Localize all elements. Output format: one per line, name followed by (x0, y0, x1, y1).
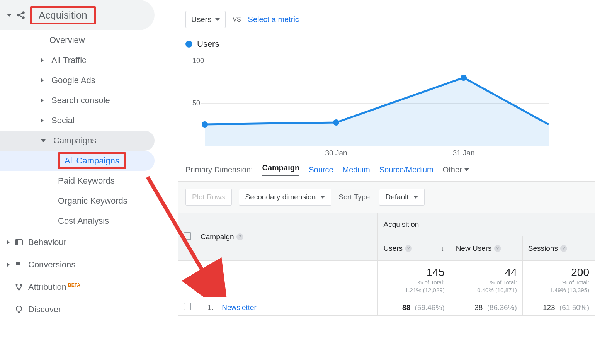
caret-down-icon (320, 196, 325, 199)
primary-metric-dropdown[interactable]: Users (185, 11, 226, 28)
dimension-campaign[interactable]: Campaign (262, 163, 299, 176)
sidebar-item-paid-keywords[interactable]: Paid Keywords (0, 171, 166, 191)
dimension-medium[interactable]: Medium (343, 165, 370, 174)
help-icon[interactable]: ? (236, 233, 243, 240)
dimension-other-label: Other (443, 165, 462, 174)
row-checkbox[interactable] (184, 303, 191, 310)
conversions-icon (14, 260, 24, 269)
th-new-users[interactable]: New Users ? (450, 236, 522, 261)
campaigns-table: Campaign ? Acquisition Users ? ↓ (178, 213, 595, 316)
svg-point-9 (202, 121, 208, 128)
sidebar-item-attribution[interactable]: AttributionBETA (0, 276, 166, 298)
newusers-header-label: New Users (456, 244, 492, 253)
sidebar: Acquisition Overview All Traffic Google … (0, 0, 166, 364)
total-newusers: 44 % of Total: 0.40% (10,871) (450, 261, 522, 299)
th-checkbox[interactable] (178, 213, 195, 261)
help-icon[interactable]: ? (494, 245, 501, 252)
caret-down-icon (464, 168, 469, 171)
total-users: 145 % of Total: 1.21% (12,029) (378, 261, 450, 299)
help-icon[interactable]: ? (405, 245, 412, 252)
svg-point-11 (461, 75, 467, 81)
svg-point-10 (333, 119, 339, 126)
row-newusers-pct: (86.36%) (487, 303, 517, 311)
total-sessions: 200 % of Total: 1.49% (13,395) (522, 261, 595, 299)
sidebar-item-discover[interactable]: Discover (0, 298, 166, 321)
sidebar-item-conversions[interactable]: Conversions (0, 253, 166, 276)
svg-rect-4 (15, 240, 18, 245)
acquisition-label: Acquisition (39, 9, 87, 21)
row-index: 1. (201, 303, 214, 312)
users-header-label: Users (383, 244, 403, 253)
caret-down-icon (41, 139, 46, 142)
caret-right-icon (7, 240, 10, 245)
discover-icon (14, 305, 24, 314)
caret-right-icon (41, 118, 44, 123)
row-newusers-value: 38 (474, 303, 483, 311)
primary-dimension-label: Primary Dimension: (185, 165, 253, 174)
acquisition-header-label: Acquisition (383, 220, 419, 228)
sidebar-item-organic-keywords[interactable]: Organic Keywords (0, 191, 166, 211)
campaign-link-newsletter[interactable]: Newsletter (222, 303, 257, 311)
total-newusers-sub2: 0.40% (10,871) (456, 286, 517, 294)
row-users: 88 (59.46%) (378, 299, 450, 316)
secondary-dimension-dropdown[interactable]: Secondary dimension (239, 189, 332, 206)
caret-down-icon (215, 18, 220, 21)
totals-row: 145 % of Total: 1.21% (12,029) 44 % of T… (178, 261, 595, 299)
all-traffic-label: All Traffic (51, 55, 86, 65)
google-ads-label: Google Ads (51, 75, 95, 85)
sidebar-item-campaigns[interactable]: Campaigns (0, 131, 155, 151)
plot-rows-button[interactable]: Plot Rows (185, 189, 232, 206)
attribution-label: Attribution (28, 282, 66, 292)
row-sessions: 123 (61.50%) (522, 299, 595, 316)
sidebar-item-acquisition[interactable]: Acquisition (0, 0, 155, 30)
sidebar-item-all-campaigns[interactable]: All Campaigns (0, 151, 155, 171)
legend-users-label: Users (197, 39, 219, 49)
select-comparison-metric[interactable]: Select a metric (248, 15, 299, 24)
dimension-source[interactable]: Source (309, 165, 333, 174)
caret-down-icon (413, 196, 418, 199)
sidebar-item-behaviour[interactable]: Behaviour (0, 231, 166, 253)
total-users-value: 145 (383, 266, 444, 279)
beta-badge: BETA (68, 282, 80, 288)
help-icon[interactable]: ? (560, 245, 567, 252)
cost-analysis-label: Cost Analysis (58, 216, 109, 226)
svg-point-6 (20, 284, 22, 286)
table-row[interactable]: 1. Newsletter 88 (59.46%) 38 (86.36%) 12… (178, 299, 595, 316)
sidebar-item-social[interactable]: Social (0, 111, 166, 131)
caret-down-icon (7, 14, 12, 17)
checkbox-icon (184, 232, 191, 240)
legend-dot-users (185, 41, 192, 48)
total-sessions-sub1: % of Total: (528, 279, 589, 286)
dimension-other[interactable]: Other (443, 165, 469, 174)
total-users-sub1: % of Total: (383, 279, 444, 286)
total-sessions-value: 200 (528, 266, 589, 279)
acquisition-icon (15, 10, 26, 20)
main-panel: Users VS Select a metric Users 100 50 … … (178, 0, 595, 364)
row-sessions-pct: (61.50%) (559, 303, 589, 311)
th-users[interactable]: Users ? ↓ (378, 236, 450, 261)
sidebar-item-search-console[interactable]: Search console (0, 90, 166, 111)
dimension-source-medium[interactable]: Source/Medium (379, 165, 434, 174)
vs-label: VS (233, 16, 241, 23)
search-console-label: Search console (51, 95, 110, 105)
sidebar-item-all-traffic[interactable]: All Traffic (0, 50, 166, 70)
th-sessions[interactable]: Sessions ? (522, 236, 595, 261)
sidebar-item-cost-analysis[interactable]: Cost Analysis (0, 211, 166, 231)
all-campaigns-highlight: All Campaigns (58, 152, 126, 169)
sort-type-dropdown[interactable]: Default (379, 189, 425, 206)
conversions-label: Conversions (28, 260, 75, 270)
secondary-dimension-label: Secondary dimension (245, 193, 316, 201)
users-line-chart[interactable]: 100 50 … 30 Jan 31 Jan (185, 53, 549, 153)
sessions-header-label: Sessions (528, 244, 558, 253)
svg-point-5 (16, 284, 18, 286)
discover-label: Discover (28, 304, 61, 315)
total-users-sub2: 1.21% (12,029) (383, 286, 444, 294)
campaign-header-label: Campaign (201, 233, 234, 241)
sidebar-item-google-ads[interactable]: Google Ads (0, 70, 166, 90)
sort-down-icon: ↓ (441, 244, 445, 253)
th-campaign[interactable]: Campaign ? (195, 213, 378, 261)
social-label: Social (51, 116, 75, 126)
chart-svg (185, 53, 549, 153)
sidebar-item-overview[interactable]: Overview (0, 30, 166, 50)
organic-keywords-label: Organic Keywords (58, 196, 128, 206)
